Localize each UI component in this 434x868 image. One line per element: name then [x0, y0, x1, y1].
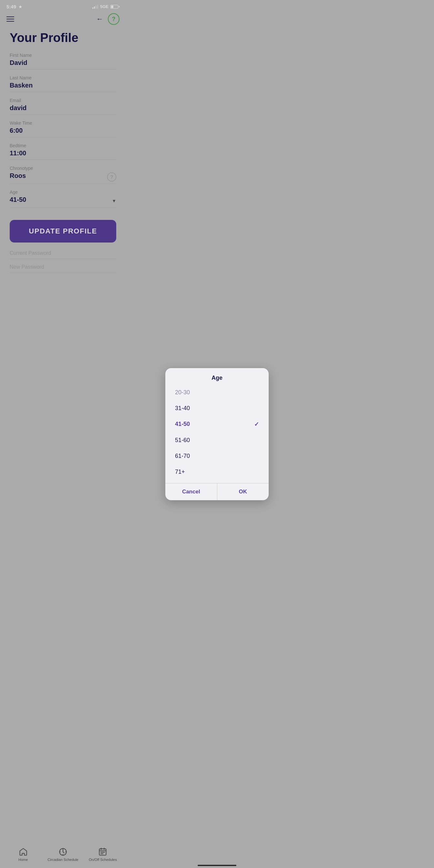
- modal-overlay[interactable]: Age 20-30 31-40 41-50 ✓ 51-60 61-70 71+: [0, 0, 126, 323]
